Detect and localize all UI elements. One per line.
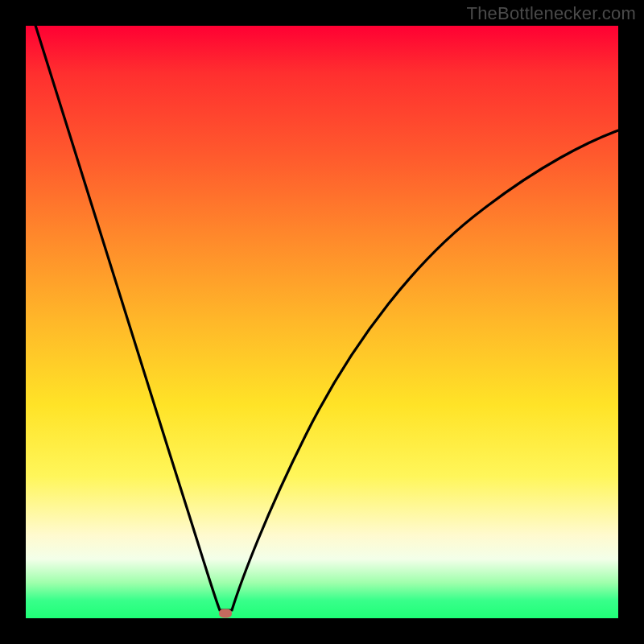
- watermark-text: TheBottlenecker.com: [467, 3, 636, 24]
- bottleneck-curve: [0, 0, 644, 644]
- current-config-marker: [219, 609, 232, 618]
- chart-canvas: TheBottlenecker.com: [0, 0, 644, 644]
